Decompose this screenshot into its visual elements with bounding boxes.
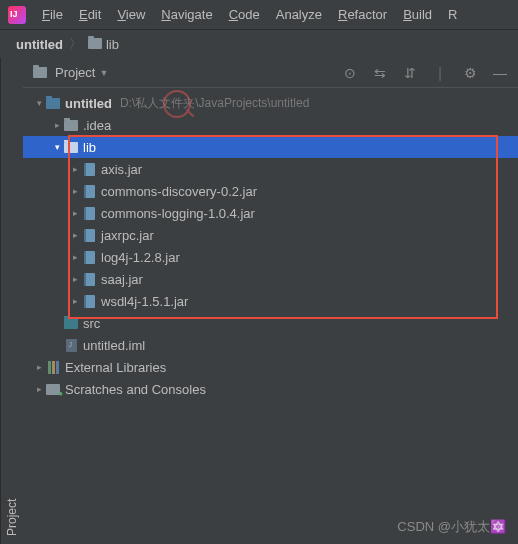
- intellij-logo-icon: [8, 6, 26, 24]
- jar-file-icon: [84, 229, 95, 242]
- chevron-right-icon[interactable]: ▸: [33, 362, 45, 372]
- tree-file-iml[interactable]: untitled.iml: [23, 334, 518, 356]
- locate-icon[interactable]: ⊙: [342, 65, 358, 81]
- menubar: File Edit View Navigate Code Analyze Ref…: [0, 0, 518, 30]
- expand-all-icon[interactable]: ⇆: [372, 65, 388, 81]
- watermark: CSDN @小犹太🔯: [397, 518, 506, 536]
- collapse-all-icon[interactable]: ⇵: [402, 65, 418, 81]
- jar-file-icon: [84, 185, 95, 198]
- tree-file-jar[interactable]: ▸wsdl4j-1.5.1.jar: [23, 290, 518, 312]
- hide-icon[interactable]: —: [492, 65, 508, 81]
- menu-view[interactable]: View: [109, 3, 153, 26]
- chevron-right-icon[interactable]: ▸: [69, 252, 81, 262]
- tree-folder-idea[interactable]: ▸ .idea: [23, 114, 518, 136]
- toolwindow-tab-project[interactable]: Project: [0, 58, 23, 544]
- project-tree[interactable]: ▾ untitled D:\私人文件夹\JavaProjects\untitle…: [23, 88, 518, 544]
- chevron-down-icon: ▼: [99, 68, 108, 78]
- tree-file-jar[interactable]: ▸commons-discovery-0.2.jar: [23, 180, 518, 202]
- file-name: jaxrpc.jar: [101, 228, 154, 243]
- tool-header: Project ▼ ⊙ ⇆ ⇵ | ⚙ —: [23, 58, 518, 88]
- tree-folder-src[interactable]: src: [23, 312, 518, 334]
- tree-external-libraries[interactable]: ▸ External Libraries: [23, 356, 518, 378]
- tree-file-jar[interactable]: ▸log4j-1.2.8.jar: [23, 246, 518, 268]
- menu-refactor[interactable]: Refactor: [330, 3, 395, 26]
- menu-code[interactable]: Code: [221, 3, 268, 26]
- tree-file-jar[interactable]: ▸saaj.jar: [23, 268, 518, 290]
- chevron-down-icon[interactable]: ▾: [51, 142, 63, 152]
- breadcrumb-project[interactable]: untitled: [16, 37, 63, 52]
- file-name: commons-logging-1.0.4.jar: [101, 206, 255, 221]
- folder-icon: [64, 142, 78, 153]
- tree-file-jar[interactable]: ▸axis.jar: [23, 158, 518, 180]
- chevron-right-icon[interactable]: ▸: [33, 384, 45, 394]
- menu-navigate[interactable]: Navigate: [153, 3, 220, 26]
- jar-file-icon: [84, 273, 95, 286]
- menu-analyze[interactable]: Analyze: [268, 3, 330, 26]
- chevron-right-icon[interactable]: ▸: [51, 120, 63, 130]
- breadcrumb: untitled 〉 lib: [0, 30, 518, 58]
- jar-file-icon: [84, 163, 95, 176]
- project-view-selector[interactable]: Project ▼: [33, 65, 108, 80]
- jar-file-icon: [84, 207, 95, 220]
- source-folder-icon: [64, 318, 78, 329]
- search-icon: [163, 90, 191, 118]
- folder-icon: [33, 67, 47, 78]
- menu-run[interactable]: R: [440, 3, 465, 26]
- tree-folder-lib[interactable]: ▾ lib: [23, 136, 518, 158]
- module-icon: [46, 98, 60, 109]
- menu-build[interactable]: Build: [395, 3, 440, 26]
- menu-edit[interactable]: Edit: [71, 3, 109, 26]
- breadcrumb-folder[interactable]: lib: [88, 37, 119, 52]
- chevron-right-icon[interactable]: ▸: [69, 296, 81, 306]
- scratches-icon: [46, 384, 60, 395]
- tree-file-jar[interactable]: ▸commons-logging-1.0.4.jar: [23, 202, 518, 224]
- chevron-right-icon[interactable]: ▸: [69, 230, 81, 240]
- file-name: log4j-1.2.8.jar: [101, 250, 180, 265]
- jar-file-icon: [84, 251, 95, 264]
- tree-file-jar[interactable]: ▸jaxrpc.jar: [23, 224, 518, 246]
- chevron-right-icon[interactable]: ▸: [69, 164, 81, 174]
- file-name: commons-discovery-0.2.jar: [101, 184, 257, 199]
- chevron-down-icon[interactable]: ▾: [33, 98, 45, 108]
- module-path: D:\私人文件夹\JavaProjects\untitled: [120, 95, 309, 112]
- chevron-right-icon[interactable]: ▸: [69, 186, 81, 196]
- iml-file-icon: [66, 339, 77, 352]
- folder-icon: [64, 120, 78, 131]
- jar-file-icon: [84, 295, 95, 308]
- tree-scratches[interactable]: ▸ Scratches and Consoles: [23, 378, 518, 400]
- chevron-right-icon[interactable]: ▸: [69, 208, 81, 218]
- chevron-right-icon[interactable]: ▸: [69, 274, 81, 284]
- file-name: saaj.jar: [101, 272, 143, 287]
- libraries-icon: [48, 361, 59, 374]
- file-name: axis.jar: [101, 162, 142, 177]
- project-panel: Project ▼ ⊙ ⇆ ⇵ | ⚙ — ▾ untitled D:\私人文件…: [23, 58, 518, 544]
- tree-root[interactable]: ▾ untitled D:\私人文件夹\JavaProjects\untitle…: [23, 92, 518, 114]
- menu-file[interactable]: File: [34, 3, 71, 26]
- file-name: wsdl4j-1.5.1.jar: [101, 294, 188, 309]
- gear-icon[interactable]: ⚙: [462, 65, 478, 81]
